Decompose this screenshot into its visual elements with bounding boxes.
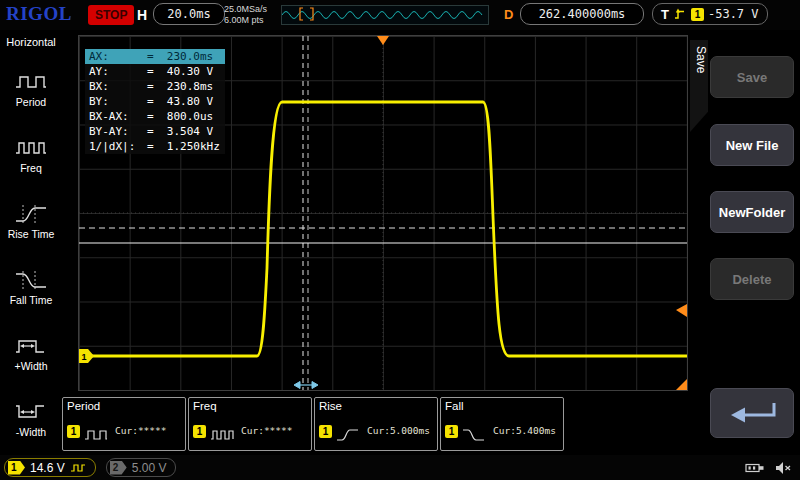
channel2-status[interactable]: 2 5.00 V: [106, 458, 177, 477]
new-folder-button[interactable]: NewFolder: [710, 191, 794, 233]
save-menu-tab: Save: [690, 40, 708, 132]
cursor-row-value: = 3.504 V: [147, 124, 213, 139]
cursor-row-ay: AY: = 40.30 V: [85, 64, 225, 79]
delay-label: D: [504, 7, 513, 22]
oscilloscope-screen: RIGOL STOP H 20.0ms 25.0MSa/s 6.00M pts …: [0, 0, 800, 480]
menu-item-label: Freq: [20, 162, 42, 174]
trigger-level-value: -53.7 V: [708, 7, 759, 21]
trigger-level-marker-icon[interactable]: [676, 304, 687, 317]
cursor-row-ax: AX: = 230.0ms: [85, 49, 225, 64]
cursor-row-label: BX-AX:: [89, 109, 147, 124]
cursor-row-value: = 40.30 V: [147, 64, 213, 79]
waveform-display: 1 AX: = 230.0ms AY: = 40.30 V BX: = 230.…: [78, 35, 688, 391]
return-button[interactable]: [710, 388, 794, 438]
speaker-muted-icon: [775, 461, 792, 475]
return-arrow-icon: [720, 398, 784, 428]
measurement-channel-badge: 1: [319, 425, 332, 438]
cursor-row-value: = 230.0ms: [147, 49, 213, 64]
fall-time-icon: [13, 268, 49, 292]
measurement-channel-badge: 1: [445, 425, 458, 438]
menu-item-minus-width[interactable]: -Width: [0, 386, 62, 452]
channel2-badge: 2: [110, 461, 127, 475]
measurement-strip: Period 1 Cur:***** Avg:***** Max:***** M…: [62, 397, 564, 451]
delay-value: 262.400000ms: [520, 3, 644, 25]
measurement-name: Fall: [445, 400, 464, 412]
channel1-scale: 14.6 V: [30, 461, 65, 475]
freq-icon: [13, 136, 49, 160]
measurement-channel-badge: 1: [67, 425, 80, 438]
measurement-freq[interactable]: Freq 1 Cur:***** Avg:***** Max:***** Min…: [188, 397, 312, 451]
measurement-name: Freq: [193, 400, 217, 412]
menu-item-label: +Width: [15, 360, 48, 372]
cursor-row-label: BY:: [89, 94, 147, 109]
usb-icon: [745, 462, 765, 474]
preview-waveform-icon: [282, 6, 486, 22]
rise-measure-icon: [335, 426, 361, 444]
channel1-coupling-icon: [70, 463, 86, 473]
menu-item-freq[interactable]: Freq: [0, 122, 62, 188]
horizontal-label: H: [137, 7, 147, 23]
cursor-row-label: AX:: [89, 49, 147, 64]
cursor-row-value: = 43.80 V: [147, 94, 213, 109]
memory-waveform-preview: [281, 5, 489, 25]
ch1-marker-label: 1: [82, 352, 87, 362]
channel1-badge: 1: [8, 461, 25, 475]
delete-button[interactable]: Delete: [710, 258, 794, 300]
menu-item-label: Period: [16, 96, 46, 108]
measurement-channel-badge: 1: [193, 425, 206, 438]
measurement-rise[interactable]: Rise 1 Cur:5.000ms Avg:5.000ms Max:5.000…: [314, 397, 438, 451]
measure-menu-title: Horizontal: [0, 30, 62, 56]
timebase-value: 20.0ms: [153, 3, 225, 25]
memory-depth: 6.00M pts: [224, 15, 267, 26]
measurement-fall[interactable]: Fall 1 Cur:5.400ms Avg:5.400ms Max:5.400…: [440, 397, 564, 451]
menu-item-label: Rise Time: [8, 228, 55, 240]
fall-measure-icon: [461, 426, 487, 444]
minus-width-icon: [13, 400, 49, 424]
trigger-source-badge: 1: [691, 8, 704, 21]
menu-item-rise-time[interactable]: Rise Time: [0, 188, 62, 254]
measure-menu: Horizontal Period Freq Rise Time: [0, 30, 62, 455]
save-button[interactable]: Save: [710, 56, 794, 98]
cursor-row-value: = 1.250kHz: [147, 139, 220, 154]
top-status-bar: RIGOL STOP H 20.0ms 25.0MSa/s 6.00M pts …: [0, 0, 800, 30]
menu-item-label: -Width: [16, 426, 46, 438]
sample-rate: 25.0MSa/s: [224, 4, 267, 15]
trigger-label: T: [661, 7, 669, 22]
ch1-position-marker[interactable]: 1: [79, 349, 94, 363]
menu-item-fall-time[interactable]: Fall Time: [0, 254, 62, 320]
rise-time-icon: [13, 202, 49, 226]
sample-info: 25.0MSa/s 6.00M pts: [224, 4, 267, 26]
cursor-row-by: BY: = 43.80 V: [85, 94, 225, 109]
new-file-button[interactable]: New File: [710, 124, 794, 166]
period-measure-icon: [83, 426, 109, 444]
save-menu: Save Save New File NewFolder Delete: [688, 30, 800, 455]
channel2-scale: 5.00 V: [132, 461, 167, 475]
status-icons: [745, 461, 792, 475]
cursor-row-value: = 800.0us: [147, 109, 213, 124]
cursor-readout-panel: AX: = 230.0ms AY: = 40.30 V BX: = 230.8m…: [85, 49, 225, 154]
cursor-row-label: AY:: [89, 64, 147, 79]
rigol-logo: RIGOL: [6, 3, 72, 25]
cursor-drag-handle-icon[interactable]: [294, 382, 318, 389]
plus-width-icon: [13, 334, 49, 358]
delay-clamp-marker-icon: [676, 379, 687, 390]
run-state-badge[interactable]: STOP: [88, 5, 134, 25]
cursor-row-label: BX:: [89, 79, 147, 94]
menu-item-plus-width[interactable]: +Width: [0, 320, 62, 386]
cursor-row-by-ay: BY-AY: = 3.504 V: [85, 124, 225, 139]
trigger-position-marker-icon[interactable]: [377, 36, 389, 45]
channel1-status[interactable]: 1 14.6 V: [4, 458, 96, 477]
cursor-row-label: 1/|dX|:: [89, 139, 147, 154]
menu-item-period[interactable]: Period: [0, 56, 62, 122]
cursor-row-value: = 230.8ms: [147, 79, 213, 94]
cursor-row-label: BY-AY:: [89, 124, 147, 139]
trigger-slope-icon: [673, 7, 687, 21]
cursor-row-bx-ax: BX-AX: = 800.0us: [85, 109, 225, 124]
cursor-row-inv-dx: 1/|dX|: = 1.250kHz: [85, 139, 225, 154]
measurement-name: Period: [67, 400, 100, 412]
channel-status-bar: 1 14.6 V 2 5.00 V: [0, 455, 800, 480]
measurement-name: Rise: [319, 400, 342, 412]
menu-item-label: Fall Time: [10, 294, 53, 306]
measurement-period[interactable]: Period 1 Cur:***** Avg:***** Max:***** M…: [62, 397, 186, 451]
trigger-status: T 1 -53.7 V: [652, 3, 768, 25]
